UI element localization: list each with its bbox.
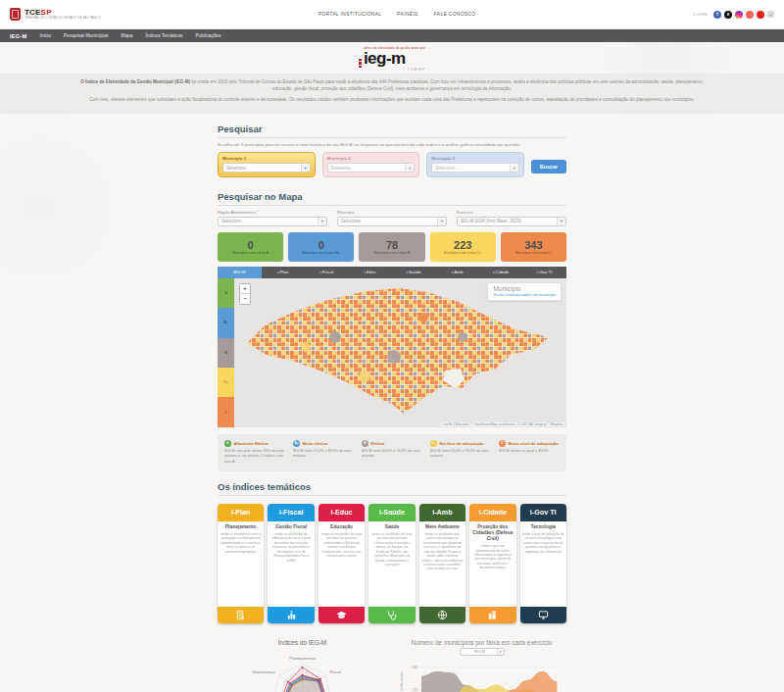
- tab-i-gov-ti[interactable]: i-Gov TI: [523, 267, 567, 278]
- svg-text:Governança: Governança: [252, 669, 275, 674]
- search-title: Pesquisar: [218, 114, 566, 138]
- instagram-icon[interactable]: [735, 11, 743, 19]
- tab-i-amb[interactable]: i-Amb: [436, 267, 480, 278]
- tab-i-plan[interactable]: i-Plan: [262, 267, 306, 278]
- map-zoom-control: + −: [239, 283, 251, 305]
- x-twitter-icon[interactable]: x: [724, 11, 732, 19]
- card-i-cidade[interactable]: i-Cidade Proteção dos Cidadãos (Defesa C…: [469, 504, 515, 623]
- iegm-logo-title: ieg-m: [364, 50, 425, 67]
- nav-item-inicio[interactable]: Início: [39, 33, 50, 38]
- tab-iegm[interactable]: IEG-M: [218, 267, 262, 278]
- nav-brand-iegm[interactable]: IEG-M: [10, 33, 26, 39]
- nav-item-mapa[interactable]: Mapa: [121, 33, 132, 38]
- map-search-section: Pesquisar no Mapa Região Administrativa …: [218, 181, 566, 471]
- tcesp-shield-icon: [10, 8, 21, 21]
- tab-i-saude[interactable]: i-Saúde: [392, 267, 436, 278]
- radar-chart-block: Índices do IEG-M PlanejamentoFiscalEduca…: [218, 639, 387, 692]
- facebook-icon[interactable]: f: [713, 11, 721, 19]
- municipio-2-label: Município 2: [327, 156, 416, 161]
- card-i-gov-ti[interactable]: i-Gov TI Tecnologiamede o grau de utiliz…: [520, 504, 566, 623]
- brand-subtitle: TRIBUNAL DE CONTAS DO ESTADO DE SÃO PAUL…: [24, 17, 100, 20]
- flickr-icon[interactable]: [746, 11, 754, 19]
- map-index-tabs: IEG-M i-Plan i-Fiscal i-Educ i-Saúde i-A…: [218, 267, 566, 278]
- graduation-cap-icon: [318, 607, 365, 623]
- grade-b-plus-badge: B+: [293, 440, 300, 447]
- municipio-2-box: Município 2 Selecione▼: [322, 152, 420, 177]
- chevron-down-icon: ▼: [557, 218, 565, 225]
- grade-c-plus-badge: C+: [430, 440, 437, 447]
- tab-i-cidade[interactable]: i-Cidade: [479, 267, 523, 278]
- rating-b: BEfetiva IEG-M entre 60,0% e 74,9% da no…: [362, 440, 422, 465]
- charts-section: Índices do IEG-M PlanejamentoFiscalEduca…: [218, 631, 566, 692]
- main-nav: IEG-M Início Pesquisar Municípios Mapa Í…: [0, 29, 784, 42]
- tcesp-brand[interactable]: TCESP TRIBUNAL DE CONTAS DO ESTADO DE SÃ…: [10, 8, 100, 21]
- municipio-3-label: Município 3: [431, 156, 519, 161]
- tooltip-hint[interactable]: Passe o mouse sobre um município: [493, 292, 556, 297]
- municipio-1-select[interactable]: Selecione▼: [222, 163, 311, 173]
- area-chart: 025050020162018202020222024Quantidade de…: [397, 658, 566, 692]
- radar-chart: PlanejamentoFiscalEducaçãoSaúdeAmbienteC…: [218, 648, 387, 692]
- link-paineis[interactable]: PAINÉIS: [397, 12, 417, 17]
- municipio-select[interactable]: Selecione▼: [337, 217, 447, 226]
- ratings-legend: AAltamente Efetiva IEG-M com pelo menos …: [218, 434, 566, 471]
- tooltip-title: Município: [493, 285, 556, 292]
- faixa-stats: 0Municípios com a faixa A 0Municípios co…: [218, 232, 566, 262]
- stat-faixa-b[interactable]: 78Municípios com a faixa B: [359, 232, 424, 262]
- stat-faixa-b-plus[interactable]: 0Municípios com a faixa B+: [288, 232, 354, 262]
- filter-municipio: Município Selecione▼: [337, 210, 447, 226]
- chevron-down-icon: ▼: [437, 218, 446, 225]
- choropleth-map[interactable]: A B+ B C+ C + −: [218, 278, 566, 427]
- area-chart-index-select[interactable]: IEG-M▼: [460, 648, 505, 656]
- card-i-educ[interactable]: i-Educ Educaçãomede os resultados do set…: [318, 504, 365, 623]
- link-fale-conosco[interactable]: FALE CONOSCO: [434, 12, 476, 17]
- zoom-out-button[interactable]: −: [240, 294, 250, 304]
- municipio-3-select[interactable]: Selecione▼: [431, 163, 519, 173]
- nav-item-pesquisar-municipios[interactable]: Pesquisar Municípios: [64, 33, 109, 38]
- top-right: LOGIN f x +: [694, 11, 774, 19]
- stat-faixa-a[interactable]: 0Municípios com a faixa A: [218, 232, 283, 262]
- stat-faixa-c-plus[interactable]: 223Municípios com a faixa C+: [430, 232, 496, 262]
- youtube-icon[interactable]: [757, 11, 764, 19]
- card-i-fiscal[interactable]: i-Fiscal Gestão Fiscalmede os resultados…: [268, 504, 314, 623]
- nav-item-publicacoes[interactable]: Publicações: [196, 33, 221, 38]
- buscar-button[interactable]: Buscar: [531, 160, 566, 173]
- chevron-down-icon: ▼: [510, 164, 518, 172]
- municipio-1-label: Município 1: [222, 156, 311, 161]
- regiao-administrativa-select[interactable]: Selecione▼: [218, 217, 327, 226]
- card-i-saude[interactable]: i-Saúde Saúdemede os resultados da área …: [368, 504, 415, 623]
- stat-faixa-c[interactable]: 343Municípios com a faixa C: [501, 232, 566, 262]
- nav-item-indices-tematicos[interactable]: Índices Temáticos: [145, 33, 182, 38]
- svg-text:Fiscal: Fiscal: [329, 669, 340, 674]
- computer-monitor-icon: [520, 607, 566, 623]
- exercicio-select[interactable]: IEG-M 2024 (Ano Base: 2023)▼: [457, 217, 566, 226]
- chevron-down-icon: ▼: [318, 218, 326, 225]
- area-chart-block: Número de municípios por faixa em cada e…: [397, 639, 566, 692]
- clipboard-pencil-icon: [218, 607, 264, 623]
- tab-i-fiscal[interactable]: i-Fiscal: [305, 267, 349, 278]
- svg-text:250: 250: [413, 688, 418, 692]
- municipio-2-select[interactable]: Selecione▼: [327, 163, 416, 173]
- login-link[interactable]: LOGIN: [694, 12, 708, 17]
- map-search-title: Pesquisar no Mapa: [218, 181, 566, 206]
- link-portal-institucional[interactable]: PORTAL INSTITUCIONAL: [318, 12, 381, 17]
- grade-c-badge: C: [499, 440, 506, 447]
- page: TCESP TRIBUNAL DE CONTAS DO ESTADO DE SÃ…: [0, 0, 784, 692]
- globe-icon: [419, 607, 466, 623]
- city-buildings-icon: [469, 607, 515, 623]
- iegm-logo-bars-icon: [359, 59, 363, 73]
- card-i-plan[interactable]: i-Plan Planejamentomede a consistência e…: [218, 504, 264, 623]
- top-links: PORTAL INSTITUCIONAL PAINÉIS FALE CONOSC…: [318, 12, 475, 17]
- map-attribution[interactable]: Leaflet | Map data © OpenStreetMap contr…: [441, 422, 564, 426]
- share-more-icon[interactable]: +: [767, 11, 774, 18]
- rating-c-plus: C+Em fase de adequação IEG-M entre 50,0%…: [430, 440, 491, 465]
- card-i-amb[interactable]: i-Amb Meio Ambientemede os resultados da…: [419, 504, 466, 623]
- thematic-title: Os índices temáticos: [218, 471, 566, 496]
- main-content: Pesquisar Escolha até 3 municípios para …: [218, 114, 566, 692]
- zoom-in-button[interactable]: +: [240, 284, 250, 294]
- svg-text:500: 500: [413, 666, 418, 669]
- search-section: Pesquisar Escolha até 3 municípios para …: [218, 114, 566, 177]
- rating-c: CBaixo nível de adequação IEG-M menor ou…: [499, 440, 560, 465]
- tab-i-educ[interactable]: i-Educ: [349, 267, 393, 278]
- area-chart-title: Número de municípios por faixa em cada e…: [397, 639, 566, 646]
- map-color-scale: A B+ B C+ C: [218, 278, 234, 427]
